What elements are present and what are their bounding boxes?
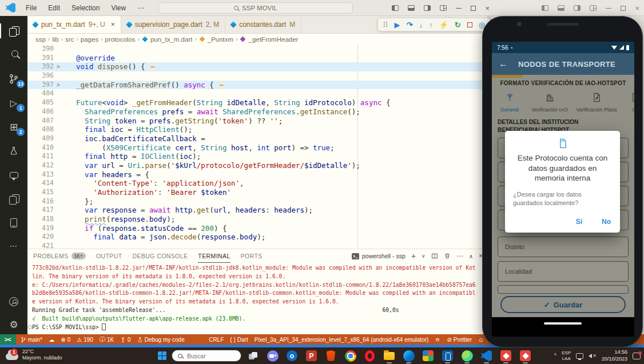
panel-tab-problems[interactable]: PROBLEMS1K+	[33, 249, 86, 263]
toggle-sidebar-icon[interactable]	[392, 5, 399, 11]
status-item-prettier[interactable]: ⊘Prettier	[447, 337, 472, 343]
code-line[interactable]: 421	[27, 242, 487, 249]
panel-more-icon[interactable]: ⋯	[456, 252, 463, 260]
taskbar-app-outlook[interactable]: o	[286, 350, 298, 362]
terminal-dropdown-icon[interactable]: ∨	[422, 253, 426, 259]
taskbar-app-brave[interactable]	[325, 350, 337, 362]
status-item-0[interactable]: 0	[120, 337, 131, 343]
tab-close-icon[interactable]: ×	[111, 21, 115, 29]
sidebar-item-comments[interactable]	[0, 166, 27, 184]
menu-file[interactable]: File	[21, 2, 42, 14]
sidebar-item-testing[interactable]	[0, 142, 27, 160]
remote-indicator[interactable]: ><	[0, 334, 16, 345]
status-item-190[interactable]: ⚠190	[77, 337, 93, 343]
fold-chevron-icon[interactable]: >	[54, 62, 63, 71]
clock[interactable]: 14:56 20/10/2023	[602, 349, 627, 362]
back-arrow-icon[interactable]: ←	[499, 59, 508, 69]
breadcrumb-item[interactable]: ssp	[35, 36, 46, 43]
code-line[interactable]: 404	[27, 89, 487, 98]
status-item-debug[interactable]: Debug my code	[137, 337, 185, 343]
code-line[interactable]: 418 print(response.body);	[27, 215, 487, 224]
editor-tab[interactable]: supervision_page.dart2, M	[121, 16, 225, 33]
taskbar-app-opera[interactable]	[364, 350, 376, 362]
new-terminal-icon[interactable]: +	[411, 251, 416, 261]
toggle-secondary-sidebar-icon[interactable]	[574, 5, 581, 11]
code-line[interactable]: 419 if (response.statusCode == 200) {	[27, 224, 487, 233]
volume-muted-icon[interactable]: ✕	[589, 353, 597, 358]
status-item-dart[interactable]: { }Dart	[230, 337, 248, 343]
step-out-icon[interactable]: ↑	[429, 21, 433, 29]
status-item[interactable]	[435, 337, 440, 342]
sidebar-item-explorer[interactable]	[0, 22, 27, 40]
toggle-sidebar-icon[interactable]	[542, 5, 548, 11]
taskbar-app-task-view[interactable]	[247, 350, 259, 362]
step-into-icon[interactable]: ↓	[419, 21, 423, 29]
home-indicator[interactable]	[544, 322, 582, 325]
sidebar-item-source-control[interactable]: 13	[0, 70, 27, 88]
notification-icon[interactable]	[633, 353, 641, 359]
close-button[interactable]: ×	[635, 5, 639, 12]
status-item-0[interactable]: ⊗0	[61, 337, 70, 343]
code-line[interactable]: 414 'Content-Type': 'application/json',	[27, 179, 487, 188]
status-item[interactable]: ☁	[49, 337, 54, 343]
panel-tab-debug-console[interactable]: DEBUG CONSOLE	[133, 249, 188, 263]
sidebar-item-run-debug[interactable]: ▷ 1	[0, 94, 27, 112]
taskbar-app-edge[interactable]	[403, 350, 415, 362]
toggle-panel-icon[interactable]	[558, 5, 565, 11]
code-line[interactable]: 415 'Authorization': 'Bearer $token'	[27, 188, 487, 197]
minimize-button[interactable]	[456, 8, 462, 9]
fold-chevron-icon[interactable]: >	[54, 81, 63, 90]
taskbar-app-android-emulator[interactable]	[461, 350, 473, 362]
cast-icon[interactable]	[576, 353, 583, 359]
hot-reload-icon[interactable]: ⚡	[439, 21, 448, 29]
continue-icon[interactable]: ▶	[395, 21, 400, 29]
weather-widget[interactable]: 1 22°C Mayorm. nublado	[6, 349, 62, 362]
code-line[interactable]: 407 String token = prefs.getString('toke…	[27, 117, 487, 126]
split-terminal-icon[interactable]	[431, 253, 438, 259]
sidebar-item-search[interactable]	[0, 46, 27, 64]
taskbar-app-photos[interactable]	[422, 350, 434, 362]
start-button[interactable]	[158, 351, 166, 360]
code-line[interactable]: 411 final http = IOClient(ioc);	[27, 152, 487, 161]
status-item-1k[interactable]: ⓘ1K	[100, 335, 114, 343]
breadcrumb-item[interactable]: _getFromHeader	[248, 36, 298, 43]
menu-selection[interactable]: Selection	[66, 2, 105, 14]
menu-view[interactable]: View	[106, 2, 131, 14]
restore-button[interactable]	[621, 6, 626, 11]
terminal-output[interactable]: 773c02bd/kotlin-stdlib-1.8.22.jar!/META-…	[27, 264, 487, 334]
code-line[interactable]: 409 ioc.badCertificateCallback =	[27, 134, 487, 143]
dialog-yes-button[interactable]: Si	[576, 218, 582, 226]
kill-terminal-icon[interactable]	[444, 253, 451, 259]
editor-tab[interactable]: pun_tx_m.dart9+, U×	[27, 16, 121, 33]
code-line[interactable]: 392> void dispose() { ⋯	[27, 62, 487, 71]
code-line[interactable]: 405 Future<void> _getFromHeader(String i…	[27, 98, 487, 107]
taskbar-app-emulator-a[interactable]	[500, 350, 512, 362]
code-line[interactable]: 410 (X509Certificate cert, String host, …	[27, 143, 487, 153]
taskbar-search[interactable]	[172, 350, 241, 362]
step-over-icon[interactable]: ↷	[407, 21, 413, 29]
taskbar-search-input[interactable]	[186, 352, 232, 360]
sidebar-item-editors[interactable]	[0, 190, 27, 208]
toggle-secondary-sidebar-icon[interactable]	[424, 5, 431, 11]
language-indicator[interactable]: ESP LAA	[562, 350, 571, 362]
command-search-box[interactable]: SSP MOVIL	[158, 2, 353, 14]
code-line[interactable]: 413 var headers = {	[27, 170, 487, 179]
panel-tab-ports[interactable]: PORTS	[241, 249, 263, 263]
hidden-icons-button[interactable]: ^	[554, 353, 557, 359]
status-item-main[interactable]: main*	[21, 337, 43, 343]
panel-maximize-icon[interactable]: ∧	[469, 253, 473, 259]
toggle-panel-icon[interactable]	[408, 5, 415, 11]
minimize-button[interactable]	[606, 8, 611, 9]
stop-icon[interactable]	[467, 22, 472, 27]
taskbar-app-chrome[interactable]	[344, 350, 356, 362]
panel-tab-output[interactable]: OUTPUT	[96, 249, 122, 263]
terminal-prompt[interactable]: PS C:\SSP MOVIL\ssp>	[32, 323, 487, 332]
breadcrumb-item[interactable]: pun_tx_m.dart	[150, 36, 193, 43]
customize-layout-icon[interactable]	[590, 5, 597, 11]
status-item-crlf[interactable]: CRLF	[209, 337, 224, 343]
breadcrumb-item[interactable]: protocolos	[105, 36, 135, 43]
restart-icon[interactable]: ↻	[455, 21, 461, 29]
code-editor[interactable]: 390391 @override392> void dispose() { ⋯3…	[27, 45, 487, 249]
menu-edit[interactable]: Edit	[43, 2, 65, 14]
settings-button[interactable]: ⚙	[0, 315, 27, 334]
